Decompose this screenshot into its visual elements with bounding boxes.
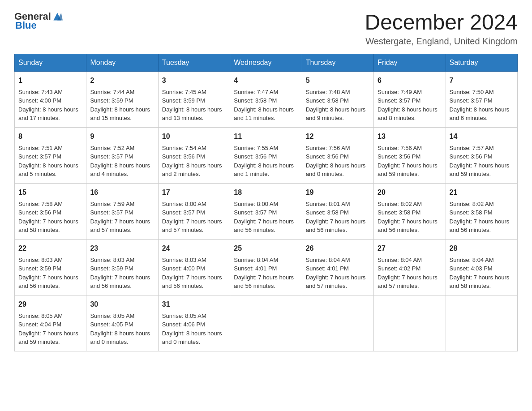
daylight-text: Daylight: 8 hours hours [234,105,298,114]
sunset-text: Sunset: 3:57 PM [234,208,298,217]
daylight-minutes-text: and 5 minutes. [18,170,82,179]
calendar-cell: 1Sunrise: 7:43 AMSunset: 4:00 PMDaylight… [15,71,86,127]
calendar-cell: 25Sunrise: 8:04 AMSunset: 4:01 PMDayligh… [230,239,302,295]
calendar-cell: 21Sunrise: 8:02 AMSunset: 3:58 PMDayligh… [446,183,517,239]
sunrise-text: Sunrise: 7:44 AM [90,88,154,97]
day-number: 24 [162,243,226,254]
sunset-text: Sunset: 3:57 PM [90,208,154,217]
sunset-text: Sunset: 3:57 PM [162,208,226,217]
sunset-text: Sunset: 4:06 PM [162,320,226,329]
sunset-text: Sunset: 3:57 PM [378,96,442,105]
day-number: 16 [90,187,154,198]
daylight-minutes-text: and 57 minutes. [378,282,442,291]
calendar-table: SundayMondayTuesdayWednesdayThursdayFrid… [14,54,518,351]
logo-icon [52,11,63,22]
daylight-minutes-text: and 59 minutes. [378,170,442,179]
daylight-text: Daylight: 8 hours hours [450,105,514,114]
day-number: 18 [234,187,298,198]
daylight-text: Daylight: 7 hours hours [234,273,298,282]
calendar-week-row: 15Sunrise: 7:58 AMSunset: 3:56 PMDayligh… [15,183,518,239]
daylight-minutes-text: and 17 minutes. [18,114,82,123]
daylight-text: Daylight: 7 hours hours [162,273,226,282]
daylight-minutes-text: and 6 minutes. [450,114,514,123]
daylight-text: Daylight: 7 hours hours [234,217,298,226]
daylight-minutes-text: and 57 minutes. [162,226,226,235]
daylight-minutes-text: and 0 minutes. [306,170,370,179]
sunset-text: Sunset: 3:56 PM [306,152,370,161]
sunrise-text: Sunrise: 8:05 AM [162,312,226,321]
calendar-cell: 13Sunrise: 7:56 AMSunset: 3:56 PMDayligh… [374,127,446,183]
sunrise-text: Sunrise: 7:57 AM [450,144,514,153]
sunrise-text: Sunrise: 8:04 AM [306,256,370,265]
calendar-cell: 29Sunrise: 8:05 AMSunset: 4:04 PMDayligh… [15,295,86,351]
sunrise-text: Sunrise: 8:02 AM [450,200,514,209]
calendar-cell: 15Sunrise: 7:58 AMSunset: 3:56 PMDayligh… [15,183,86,239]
daylight-minutes-text: and 58 minutes. [18,226,82,235]
day-number: 28 [450,243,514,254]
daylight-text: Daylight: 8 hours hours [306,161,370,170]
daylight-text: Daylight: 7 hours hours [450,217,514,226]
title-block: December 2024 Westergate, England, Unite… [365,11,518,47]
day-number: 26 [306,243,370,254]
day-of-week-header: Wednesday [230,54,302,71]
daylight-minutes-text: and 56 minutes. [90,282,154,291]
daylight-minutes-text: and 9 minutes. [306,114,370,123]
sunset-text: Sunset: 3:59 PM [18,264,82,273]
sunset-text: Sunset: 3:58 PM [306,96,370,105]
day-number: 8 [18,131,82,142]
daylight-minutes-text: and 11 minutes. [234,114,298,123]
day-number: 5 [306,75,370,86]
day-of-week-header: Friday [374,54,446,71]
sunset-text: Sunset: 3:56 PM [234,152,298,161]
sunrise-text: Sunrise: 8:05 AM [18,312,82,321]
day-number: 15 [18,187,82,198]
calendar-cell: 31Sunrise: 8:05 AMSunset: 4:06 PMDayligh… [158,295,230,351]
day-number: 22 [18,243,82,254]
sunrise-text: Sunrise: 8:01 AM [306,200,370,209]
daylight-minutes-text: and 8 minutes. [378,114,442,123]
day-number: 6 [378,75,442,86]
day-of-week-header: Tuesday [158,54,230,71]
daylight-text: Daylight: 8 hours hours [18,161,82,170]
calendar-cell: 4Sunrise: 7:47 AMSunset: 3:58 PMDaylight… [230,71,302,127]
daylight-text: Daylight: 8 hours hours [90,161,154,170]
calendar-week-row: 8Sunrise: 7:51 AMSunset: 3:57 PMDaylight… [15,127,518,183]
daylight-text: Daylight: 8 hours hours [90,329,154,338]
day-number: 20 [378,187,442,198]
day-number: 1 [18,75,82,86]
day-number: 17 [162,187,226,198]
day-number: 25 [234,243,298,254]
sunset-text: Sunset: 3:59 PM [162,96,226,105]
sunset-text: Sunset: 3:58 PM [450,208,514,217]
calendar-cell: 3Sunrise: 7:45 AMSunset: 3:59 PMDaylight… [158,71,230,127]
calendar-cell [230,295,302,351]
day-number: 30 [90,299,154,310]
daylight-minutes-text: and 57 minutes. [90,226,154,235]
sunrise-text: Sunrise: 7:56 AM [306,144,370,153]
calendar-cell [446,295,517,351]
calendar-cell: 7Sunrise: 7:50 AMSunset: 3:57 PMDaylight… [446,71,517,127]
daylight-text: Daylight: 8 hours hours [18,105,82,114]
logo: General Blue [14,11,63,31]
calendar-cell: 26Sunrise: 8:04 AMSunset: 4:01 PMDayligh… [302,239,373,295]
sunset-text: Sunset: 3:57 PM [18,152,82,161]
daylight-minutes-text: and 56 minutes. [306,226,370,235]
calendar-cell: 23Sunrise: 8:03 AMSunset: 3:59 PMDayligh… [86,239,158,295]
sunrise-text: Sunrise: 8:03 AM [162,256,226,265]
daylight-text: Daylight: 7 hours hours [18,217,82,226]
calendar-cell: 27Sunrise: 8:04 AMSunset: 4:02 PMDayligh… [374,239,446,295]
day-of-week-header: Monday [86,54,158,71]
sunset-text: Sunset: 3:58 PM [306,208,370,217]
daylight-text: Daylight: 8 hours hours [162,161,226,170]
daylight-text: Daylight: 7 hours hours [18,273,82,282]
month-title: December 2024 [365,11,518,34]
daylight-text: Daylight: 8 hours hours [162,105,226,114]
calendar-cell: 16Sunrise: 7:59 AMSunset: 3:57 PMDayligh… [86,183,158,239]
sunrise-text: Sunrise: 7:45 AM [162,88,226,97]
calendar-week-row: 22Sunrise: 8:03 AMSunset: 3:59 PMDayligh… [15,239,518,295]
sunrise-text: Sunrise: 7:51 AM [18,144,82,153]
sunset-text: Sunset: 4:00 PM [162,264,226,273]
day-number: 12 [306,131,370,142]
daylight-minutes-text: and 59 minutes. [450,170,514,179]
day-number: 9 [90,131,154,142]
